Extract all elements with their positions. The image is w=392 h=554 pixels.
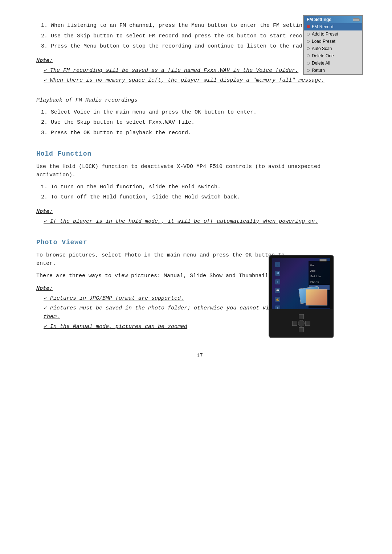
device-icon-book: 📖 xyxy=(275,288,280,293)
hold-heading: Hold Function xyxy=(36,150,363,157)
photo-device-illustration: ♪ 🖼 ▶ 📖 📻 ⚙ MuAboSettinEbookPhotoFMVoice… xyxy=(298,255,363,338)
photo-note: Pictures in JPG/BMP format are supported… xyxy=(44,294,287,303)
device-icon-settings: ⚙ xyxy=(275,305,280,309)
fm-menu-label: Auto Scan xyxy=(312,46,332,51)
hold-note: If the player is in the hold mode,, it w… xyxy=(44,217,363,226)
photo-note-label: Note: xyxy=(36,284,287,293)
photo-heading: Photo Viewer xyxy=(36,239,363,246)
fm-menu-label: Return xyxy=(312,68,325,73)
hold-desc: Use the Hold (LOCK) function to deactiva… xyxy=(36,163,363,180)
fm-menu-icon xyxy=(307,47,310,50)
dpad-right xyxy=(305,321,310,326)
battery-icon xyxy=(353,18,359,21)
dpad-up xyxy=(299,314,304,319)
device-inner: ♪ 🖼 ▶ 📖 📻 ⚙ MuAboSettinEbookPhotoFMVoice… xyxy=(269,255,333,337)
playback-step: Use the Skip button to select Fxxx.WAV f… xyxy=(51,119,363,127)
device-icon-music: ♪ xyxy=(275,262,280,267)
photo-note: Pictures must be saved in the Photo fold… xyxy=(44,304,287,321)
playback-heading: Playback of FM Radio recordings xyxy=(36,96,363,104)
fm-menu-icon xyxy=(307,54,310,57)
device-icon-video: ▶ xyxy=(275,279,280,284)
photo-section: Photo Viewer To browse pictures, select … xyxy=(36,239,363,338)
fm-menu-item: Delete One xyxy=(304,52,362,59)
fm-menu-item: Delete All xyxy=(304,59,362,67)
photo-note: In the Manual mode, pictures can be zoom… xyxy=(44,323,287,331)
dpad-down xyxy=(299,327,304,332)
hold-step: To turn on the Hold function, slide the … xyxy=(51,183,363,192)
fm-settings-title: FM Settings xyxy=(307,17,331,22)
fm-menu-icon xyxy=(307,40,310,43)
fm-menu-label: Load Preset xyxy=(312,39,335,44)
photo-content-area: To browse pictures, select Photo in the … xyxy=(36,251,363,338)
device-menu-item: Mu xyxy=(309,263,330,268)
playback-steps: Select Voice in the main menu and press … xyxy=(51,108,363,138)
fm-settings-widget: FM Settings FM RecordAdd to PresetLoad P… xyxy=(303,15,363,75)
device-photo1 xyxy=(306,289,327,305)
photo-desc2: There are three ways to view pictures: M… xyxy=(36,272,287,280)
fm-menu-icon xyxy=(307,69,310,72)
fm-menu-icon xyxy=(307,62,310,65)
device-bottom xyxy=(269,309,333,337)
hold-steps: To turn on the Hold function, slide the … xyxy=(51,183,363,202)
fm-settings-menu: FM RecordAdd to PresetLoad PresetAuto Sc… xyxy=(304,23,362,74)
hold-section: Hold Function Use the Hold (LOCK) functi… xyxy=(36,150,363,226)
photo-desc1: To browse pictures, select Photo in the … xyxy=(36,251,287,268)
device-dpad xyxy=(292,314,310,332)
device-menu-item: Abo xyxy=(309,268,330,274)
device-menu-item: Settin xyxy=(309,274,330,279)
device-icon-radio: 📻 xyxy=(275,297,280,302)
fm-menu-item: FM Record xyxy=(304,23,362,30)
fm-settings-titlebar: FM Settings xyxy=(304,16,362,23)
fm-menu-label: Add to Preset xyxy=(312,32,338,37)
device-icons: ♪ 🖼 ▶ 📖 📻 ⚙ xyxy=(275,262,280,309)
photo-text-area: To browse pictures, select Photo in the … xyxy=(36,251,287,338)
page-number: 17 xyxy=(36,353,363,359)
hold-step: To turn off the Hold function, slide the… xyxy=(51,193,363,202)
device-box: ♪ 🖼 ▶ 📖 📻 ⚙ MuAboSettinEbookPhotoFMVoice… xyxy=(269,255,334,338)
playback-step: Press the OK button to playback the reco… xyxy=(51,129,363,138)
fm-menu-item: Return xyxy=(304,67,362,74)
playback-step: Select Voice in the main menu and press … xyxy=(51,108,363,117)
dpad-center xyxy=(298,320,305,327)
dpad-left xyxy=(292,321,297,326)
fm-menu-icon xyxy=(307,33,310,36)
device-menu-item: Ebook xyxy=(309,279,330,285)
photo-notes-list: Pictures in JPG/BMP format are supported… xyxy=(44,294,287,331)
fm-menu-label: FM Record xyxy=(312,24,333,29)
hold-note-label: Note: xyxy=(36,208,363,216)
fm-menu-item: Auto Scan xyxy=(304,45,362,52)
device-screen: ♪ 🖼 ▶ 📖 📻 ⚙ MuAboSettinEbookPhotoFMVoice… xyxy=(272,258,330,309)
fm-menu-label: Delete All xyxy=(312,61,330,66)
fm-menu-item: Add to Preset xyxy=(304,30,362,38)
hold-notes-list: If the player is in the hold mode,, it w… xyxy=(44,217,363,226)
device-icon-photo: 🖼 xyxy=(275,271,280,276)
fm-menu-icon xyxy=(307,25,310,28)
playback-section: Playback of FM Radio recordings Select V… xyxy=(36,96,363,137)
fm-menu-label: Delete One xyxy=(312,53,334,58)
fm-note: When there is no memory space left, the … xyxy=(44,76,363,85)
fm-menu-item: Load Preset xyxy=(304,38,362,45)
